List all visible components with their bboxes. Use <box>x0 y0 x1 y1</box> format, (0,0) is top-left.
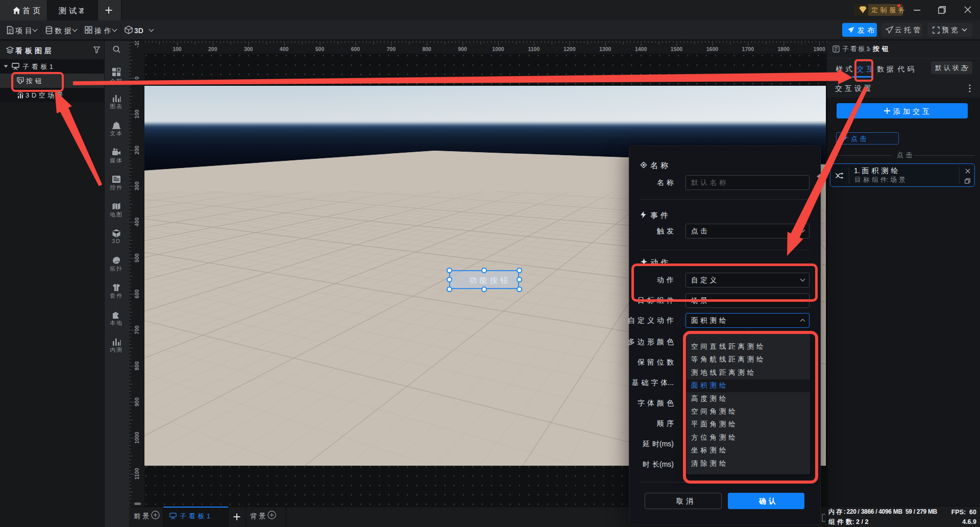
svg-text:700: 700 <box>134 325 140 334</box>
svg-text:300: 300 <box>244 46 253 52</box>
svg-text:800: 800 <box>422 46 431 52</box>
svg-text:100: 100 <box>173 46 182 52</box>
svg-text:1500: 1500 <box>671 46 683 52</box>
svg-text:1700: 1700 <box>742 46 754 52</box>
svg-text:600: 600 <box>351 46 360 52</box>
svg-text:1100: 1100 <box>528 46 540 52</box>
svg-text:600: 600 <box>134 290 140 299</box>
svg-text:300: 300 <box>134 181 140 190</box>
svg-text:500: 500 <box>134 253 140 262</box>
svg-text:-100: -100 <box>134 41 140 47</box>
svg-text:400: 400 <box>280 46 289 52</box>
svg-text:400: 400 <box>134 218 140 227</box>
svg-text:1000: 1000 <box>492 46 504 52</box>
svg-text:200: 200 <box>134 146 140 155</box>
svg-text:500: 500 <box>315 46 325 52</box>
svg-text:0: 0 <box>134 77 140 80</box>
svg-text:800: 800 <box>134 362 140 371</box>
svg-text:1200: 1200 <box>564 46 576 52</box>
svg-text:1800: 1800 <box>778 46 790 52</box>
svg-text:1900: 1900 <box>813 46 825 52</box>
svg-text:200: 200 <box>208 46 217 52</box>
svg-text:1600: 1600 <box>706 46 719 52</box>
svg-text:900: 900 <box>458 46 467 52</box>
svg-text:1100: 1100 <box>134 468 140 480</box>
svg-text:1400: 1400 <box>635 46 647 52</box>
svg-text:700: 700 <box>387 46 396 52</box>
svg-text:1000: 1000 <box>134 432 140 444</box>
svg-text:1300: 1300 <box>599 46 611 52</box>
svg-text:900: 900 <box>134 397 140 406</box>
svg-text:100: 100 <box>134 109 140 118</box>
